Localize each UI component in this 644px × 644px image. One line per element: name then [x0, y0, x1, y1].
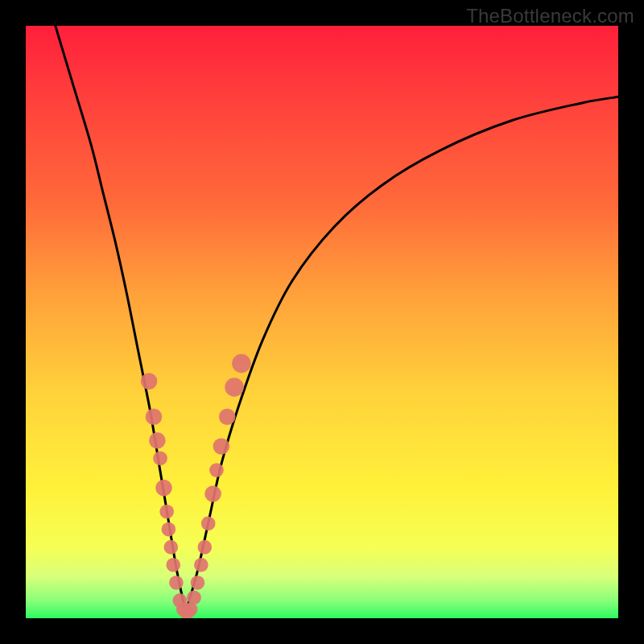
marker-dot	[194, 558, 208, 572]
marker-dot	[153, 451, 167, 465]
marker-dot	[209, 463, 224, 477]
curve-group	[56, 26, 618, 613]
marker-dot	[155, 480, 172, 497]
marker-dot	[225, 378, 244, 397]
marker-dot	[204, 485, 221, 502]
markers-group	[141, 354, 251, 618]
marker-dot	[197, 540, 212, 555]
marker-dot	[163, 540, 178, 555]
marker-dot	[213, 438, 230, 455]
marker-dot	[219, 408, 236, 425]
marker-dot	[201, 516, 216, 530]
marker-dot	[232, 354, 251, 374]
marker-dot	[149, 432, 166, 449]
marker-dot	[169, 576, 184, 590]
watermark-text: TheBottleneck.com	[466, 5, 634, 27]
marker-dot	[191, 576, 205, 590]
plot-area	[26, 26, 618, 618]
marker-dot	[187, 590, 201, 605]
marker-dot	[146, 408, 163, 425]
curve-right-branch	[186, 97, 618, 612]
chart-frame: TheBottleneck.com	[0, 0, 644, 644]
marker-dot	[166, 558, 180, 572]
marker-dot	[162, 522, 176, 537]
marker-dot	[159, 505, 174, 519]
marker-dot	[141, 373, 158, 390]
chart-svg	[26, 26, 618, 618]
